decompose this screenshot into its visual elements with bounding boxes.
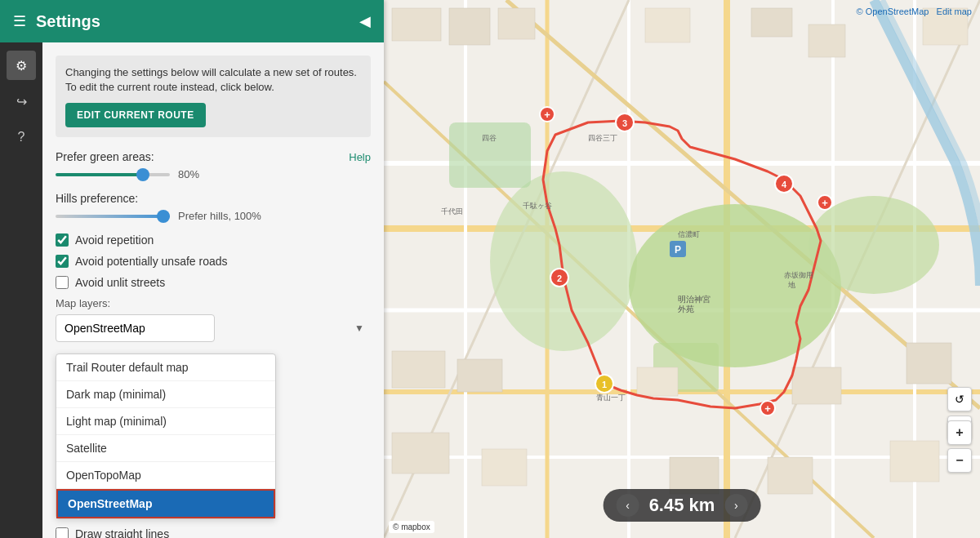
avoid-repetition-checkbox[interactable] (56, 233, 69, 247)
settings-content: Changing the settings below will calcula… (42, 42, 384, 538)
svg-text:四谷三丁: 四谷三丁 (588, 134, 617, 142)
select-arrow-icon: ▼ (354, 322, 364, 334)
next-route-button[interactable]: › (724, 494, 747, 517)
svg-point-19 (808, 196, 939, 294)
hills-slider-container: Prefer hills, 100% (56, 210, 371, 222)
avoid-unlit-label: Avoid unlit streets (75, 276, 165, 289)
map-layers-dropdown: Trail Router default map Dark map (minim… (56, 353, 276, 519)
dropdown-item-opentopomap[interactable]: OpenTopoMap (56, 462, 275, 489)
distance-value: 6.45 km (649, 495, 715, 516)
svg-rect-29 (457, 359, 502, 392)
draw-straight-row: Draw straight lines (56, 527, 371, 538)
hills-label: Hills preference: (56, 192, 371, 205)
svg-text:青山一丁: 青山一丁 (596, 393, 626, 402)
svg-point-16 (490, 171, 637, 351)
svg-text:地: 地 (787, 281, 795, 289)
info-box-text: Changing the settings below will calcula… (65, 66, 357, 93)
avoid-repetition-label: Avoid repetition (75, 233, 154, 247)
recenter-button[interactable]: ↺ (947, 387, 972, 411)
svg-text:+: + (764, 402, 771, 415)
settings-nav-icon[interactable]: ⚙ (7, 51, 36, 80)
map-svg: 1 2 3 4 + + + 千駄ヶ谷 信濃町 明治神宮 外苑 赤坂御用 地 (384, 0, 980, 538)
svg-rect-36 (768, 457, 813, 494)
sidebar-title: Settings (36, 12, 100, 31)
sidebar-collapse-button[interactable]: ◀ (359, 12, 371, 30)
route-nav-icon[interactable]: ↪ (7, 87, 36, 116)
prefer-green-slider-container: 80% (56, 168, 371, 180)
svg-rect-22 (449, 8, 490, 45)
svg-rect-32 (906, 343, 951, 384)
svg-text:P: P (675, 244, 681, 256)
map-zoom-controls: + − (947, 420, 972, 473)
svg-text:明治神宮: 明治神宮 (678, 295, 710, 304)
hills-slider[interactable] (56, 215, 170, 218)
svg-text:信濃町: 信濃町 (678, 230, 700, 238)
dropdown-item-light[interactable]: Light map (minimal) (56, 408, 275, 435)
svg-rect-30 (637, 367, 678, 396)
zoom-in-button[interactable]: + (947, 420, 972, 445)
avoid-unsafe-label: Avoid potentially unsafe roads (75, 255, 228, 268)
edit-current-route-button[interactable]: EDIT CURRENT ROUTE (65, 103, 206, 127)
svg-text:外苑: 外苑 (678, 305, 694, 313)
prefer-green-label-row: Prefer green areas: Help (56, 150, 371, 163)
svg-text:四谷: 四谷 (482, 134, 497, 142)
dropdown-item-satellite[interactable]: Satellite (56, 435, 275, 462)
openstreetmap-link[interactable]: © OpenStreetMap (857, 7, 929, 16)
map-layers-select[interactable]: Trail Router default map Dark map (minim… (56, 314, 215, 342)
svg-rect-23 (498, 8, 535, 39)
svg-text:2: 2 (557, 273, 562, 283)
svg-rect-26 (808, 24, 845, 57)
avoid-repetition-row: Avoid repetition (56, 233, 371, 247)
edit-map-link[interactable]: Edit map (937, 7, 972, 16)
svg-rect-37 (890, 441, 939, 482)
help-link[interactable]: Help (349, 151, 371, 163)
map-layers-label: Map layers: (56, 297, 371, 309)
distance-bar: ‹ 6.45 km › (604, 489, 761, 522)
info-box: Changing the settings below will calcula… (56, 56, 371, 137)
sidebar-header-left: ☰ Settings (13, 12, 100, 31)
prefer-green-label: Prefer green areas: (56, 150, 154, 163)
svg-text:赤坂御用: 赤坂御用 (784, 271, 813, 279)
svg-rect-21 (392, 8, 441, 41)
svg-text:千駄ヶ谷: 千駄ヶ谷 (523, 202, 552, 210)
svg-rect-33 (392, 433, 449, 474)
avoid-unlit-checkbox[interactable] (56, 276, 69, 289)
settings-sidebar: ☰ Settings ◀ ⚙ ↪ ? Changing the settings… (0, 0, 384, 538)
help-nav-icon[interactable]: ? (7, 122, 36, 152)
svg-text:4: 4 (782, 180, 787, 189)
hamburger-icon[interactable]: ☰ (13, 12, 26, 30)
svg-text:+: + (822, 197, 828, 209)
svg-rect-28 (392, 351, 445, 388)
map-area[interactable]: 1 2 3 4 + + + 千駄ヶ谷 信濃町 明治神宮 外苑 赤坂御用 地 (384, 0, 980, 538)
map-attribution: © OpenStreetMap Edit map (857, 7, 972, 16)
svg-rect-18 (449, 122, 531, 188)
hills-value: Prefer hills, 100% (178, 210, 261, 222)
svg-text:1: 1 (602, 380, 607, 389)
dropdown-item-trail-router[interactable]: Trail Router default map (56, 354, 275, 381)
prefer-green-value: 80% (178, 168, 227, 180)
hills-preference-setting: Hills preference: Prefer hills, 100% (56, 192, 371, 222)
svg-text:千代田: 千代田 (441, 207, 463, 216)
map-tile: 1 2 3 4 + + + 千駄ヶ谷 信濃町 明治神宮 外苑 赤坂御用 地 (384, 0, 980, 538)
draw-straight-label: Draw straight lines (75, 527, 169, 538)
svg-rect-34 (482, 449, 527, 486)
draw-straight-checkbox[interactable] (56, 527, 69, 538)
avoid-unsafe-row: Avoid potentially unsafe roads (56, 255, 371, 268)
map-layers-setting: Map layers: Trail Router default map Dar… (56, 297, 371, 342)
avoid-unsafe-checkbox[interactable] (56, 255, 69, 268)
dropdown-item-openstreetmap[interactable]: OpenStreetMap (56, 489, 275, 518)
icon-strip: ⚙ ↪ ? (0, 42, 42, 538)
svg-rect-31 (792, 367, 841, 404)
svg-text:3: 3 (622, 118, 627, 128)
prefer-green-setting: Prefer green areas: Help 80% (56, 150, 371, 180)
svg-rect-25 (751, 8, 792, 37)
avoid-unlit-row: Avoid unlit streets (56, 276, 371, 289)
map-layers-select-container: Trail Router default map Dark map (minim… (56, 314, 371, 342)
prefer-green-slider[interactable] (56, 173, 170, 176)
prev-route-button[interactable]: ‹ (617, 494, 639, 517)
dropdown-item-dark[interactable]: Dark map (minimal) (56, 381, 275, 408)
mapbox-logo: © mapbox (389, 521, 434, 533)
zoom-out-button[interactable]: − (947, 448, 972, 473)
sidebar-header: ☰ Settings ◀ (0, 0, 384, 42)
svg-rect-24 (645, 8, 690, 42)
